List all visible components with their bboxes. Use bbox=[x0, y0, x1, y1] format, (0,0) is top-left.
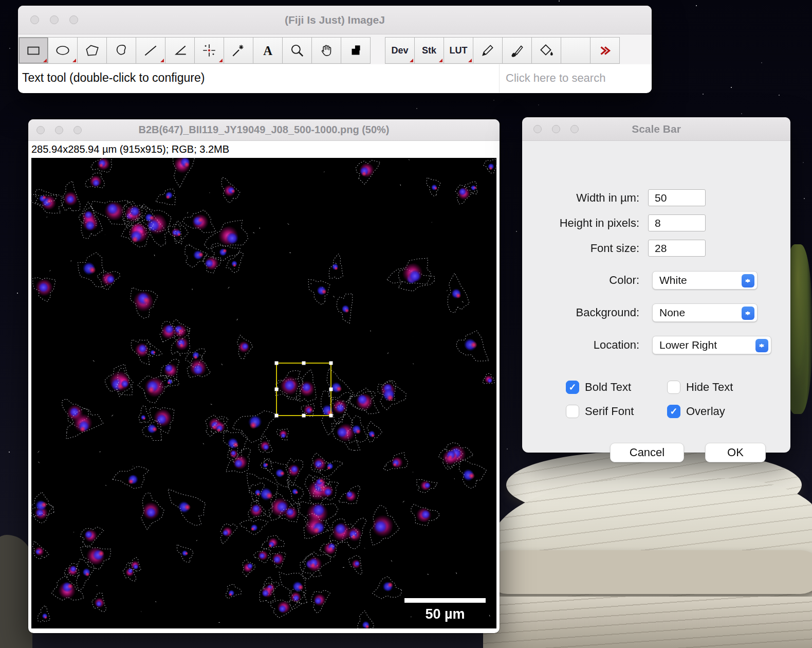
checkbox-box bbox=[667, 405, 680, 418]
oval-tool[interactable] bbox=[48, 37, 78, 64]
color-value: White bbox=[659, 274, 687, 286]
pencil-icon bbox=[479, 42, 496, 59]
minimize-button[interactable] bbox=[55, 126, 63, 134]
freehand-icon bbox=[113, 42, 130, 59]
checkbox-label: Overlay bbox=[686, 405, 725, 418]
rock-formation bbox=[0, 535, 32, 648]
star bbox=[559, 1, 560, 2]
window-title: (Fiji Is Just) ImageJ bbox=[18, 14, 652, 26]
height-input[interactable] bbox=[648, 214, 706, 231]
color-picker-tool[interactable] bbox=[341, 37, 371, 64]
dialog-titlebar[interactable]: Scale Bar bbox=[522, 117, 790, 141]
chevron-up-down-icon bbox=[742, 274, 754, 287]
star bbox=[741, 113, 742, 114]
rock-formation bbox=[483, 597, 812, 648]
text-tool[interactable]: A bbox=[253, 37, 283, 64]
color-picker-icon bbox=[347, 42, 364, 59]
rock-formation bbox=[486, 550, 812, 594]
font-size-label: Font size: bbox=[527, 240, 639, 257]
checkbox-label: Hide Text bbox=[686, 381, 733, 394]
width-label: Width in µm: bbox=[527, 189, 639, 206]
flood-fill-tool[interactable] bbox=[531, 37, 561, 64]
star bbox=[804, 198, 805, 199]
star bbox=[731, 87, 732, 88]
fiji-titlebar[interactable]: (Fiji Is Just) ImageJ bbox=[18, 6, 652, 34]
height-label: Height in pixels: bbox=[527, 214, 639, 231]
rectangle-tool[interactable] bbox=[19, 37, 48, 64]
status-bar: Text tool (double-click to configure) Cl… bbox=[18, 64, 652, 93]
wand-tool[interactable] bbox=[224, 37, 253, 64]
location-label: Location: bbox=[527, 336, 639, 354]
zoom-button[interactable] bbox=[69, 15, 78, 24]
checkbox-serif-font[interactable]: Serif Font bbox=[566, 405, 634, 418]
image-titlebar[interactable]: B2B(647)_BII119_JY19049_J08_500-1000.png… bbox=[28, 119, 500, 141]
star bbox=[703, 94, 704, 95]
rectangle-icon bbox=[25, 42, 42, 59]
checkbox-box bbox=[566, 405, 579, 418]
image-canvas[interactable] bbox=[31, 158, 496, 628]
point-icon bbox=[201, 42, 217, 59]
toolbar: ADevStkLUT bbox=[18, 34, 652, 64]
image-window-title: B2B(647)_BII119_JY19049_J08_500-1000.png… bbox=[28, 124, 500, 136]
star bbox=[416, 108, 417, 109]
window-controls bbox=[522, 125, 579, 133]
star bbox=[9, 48, 10, 49]
polygon-tool[interactable] bbox=[77, 37, 107, 64]
status-text: Text tool (double-click to configure) bbox=[18, 64, 499, 93]
checkbox-bold-text[interactable]: Bold Text bbox=[566, 381, 631, 394]
close-button[interactable] bbox=[30, 15, 39, 24]
background-label: Background: bbox=[527, 303, 639, 322]
lut-menu[interactable]: LUT bbox=[444, 37, 473, 64]
close-button[interactable] bbox=[36, 126, 45, 134]
star bbox=[493, 100, 494, 101]
chevron-up-down-icon bbox=[755, 339, 768, 352]
location-select[interactable]: Lower Right bbox=[652, 336, 771, 354]
minimize-button[interactable] bbox=[552, 125, 560, 133]
star bbox=[9, 452, 10, 453]
color-select[interactable]: White bbox=[652, 271, 758, 290]
zoom-tool[interactable] bbox=[282, 37, 312, 64]
image-window: B2B(647)_BII119_JY19049_J08_500-1000.png… bbox=[28, 119, 500, 633]
oval-icon bbox=[54, 42, 71, 59]
paintbrush-icon bbox=[509, 42, 525, 59]
freehand-tool[interactable] bbox=[106, 37, 136, 64]
zoom-button[interactable] bbox=[73, 126, 82, 134]
zoom-button[interactable] bbox=[570, 125, 579, 133]
pencil-tool[interactable] bbox=[473, 37, 503, 64]
empty-slot bbox=[561, 37, 590, 64]
line-tool[interactable] bbox=[136, 37, 165, 64]
cancel-button[interactable]: Cancel bbox=[610, 443, 684, 462]
chevron-up-down-icon bbox=[742, 307, 754, 320]
star bbox=[538, 104, 539, 105]
font-size-input[interactable] bbox=[648, 240, 706, 257]
background-value: None bbox=[659, 307, 685, 318]
svg-text:A: A bbox=[263, 44, 272, 58]
scale-bar-dialog: Scale Bar Width in µm: Height in pixels:… bbox=[522, 117, 790, 453]
checkbox-hide-text[interactable]: Hide Text bbox=[667, 381, 733, 394]
stk-menu[interactable]: Stk bbox=[414, 37, 444, 64]
point-tool[interactable] bbox=[194, 37, 224, 64]
more-tools[interactable] bbox=[590, 37, 620, 64]
angle-tool[interactable] bbox=[165, 37, 195, 64]
star bbox=[761, 62, 762, 63]
dev-menu-label: Dev bbox=[391, 45, 408, 56]
polygon-icon bbox=[84, 42, 100, 59]
background-select[interactable]: None bbox=[652, 303, 758, 322]
search-field[interactable]: Click here to search bbox=[499, 64, 652, 93]
angle-icon bbox=[172, 42, 188, 59]
close-button[interactable] bbox=[533, 125, 542, 133]
dialog-body: Width in µm: Height in pixels: Font size… bbox=[522, 141, 790, 453]
lut-menu-label: LUT bbox=[450, 45, 468, 56]
mores-icon bbox=[597, 42, 613, 59]
checkbox-label: Bold Text bbox=[585, 381, 631, 394]
hand-tool[interactable] bbox=[311, 37, 341, 64]
star bbox=[803, 162, 804, 163]
width-input[interactable] bbox=[648, 189, 706, 206]
line-icon bbox=[142, 42, 159, 59]
paintbrush-tool[interactable] bbox=[502, 37, 532, 64]
wand-icon bbox=[230, 42, 247, 59]
checkbox-overlay[interactable]: Overlay bbox=[667, 405, 725, 418]
minimize-button[interactable] bbox=[50, 15, 59, 24]
dev-menu[interactable]: Dev bbox=[385, 37, 415, 64]
ok-button[interactable]: OK bbox=[705, 443, 766, 462]
